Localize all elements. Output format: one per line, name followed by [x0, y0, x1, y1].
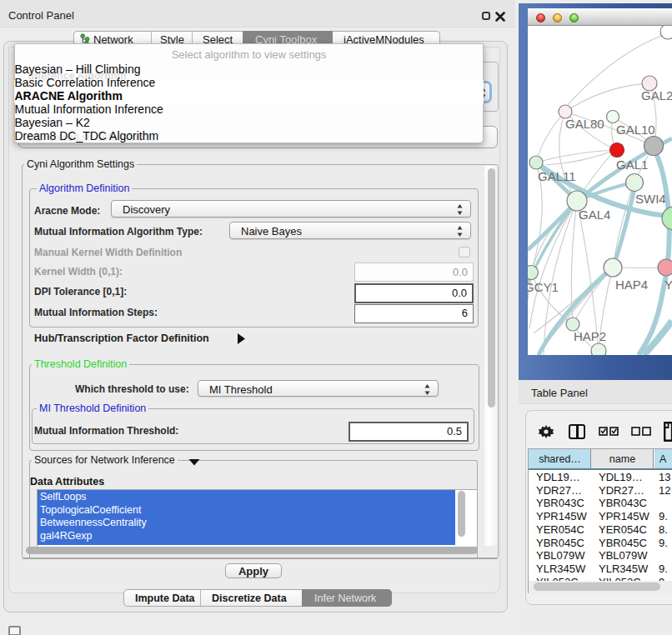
svg-text:SWI4: SWI4 — [635, 192, 666, 206]
svg-text:GAL2: GAL2 — [641, 88, 672, 102]
svg-text:GAL10: GAL10 — [616, 122, 655, 137]
svg-text:HAP2: HAP2 — [574, 329, 606, 343]
svg-text:YM: YM — [664, 278, 672, 292]
svg-text:GAL4: GAL4 — [579, 208, 610, 222]
svg-text:GAL1: GAL1 — [616, 158, 648, 172]
svg-text:GAL80: GAL80 — [565, 117, 604, 131]
svg-text:GCY1: GCY1 — [528, 280, 559, 294]
svg-text:GAL11: GAL11 — [538, 169, 576, 183]
svg-text:HAP4: HAP4 — [615, 278, 648, 292]
